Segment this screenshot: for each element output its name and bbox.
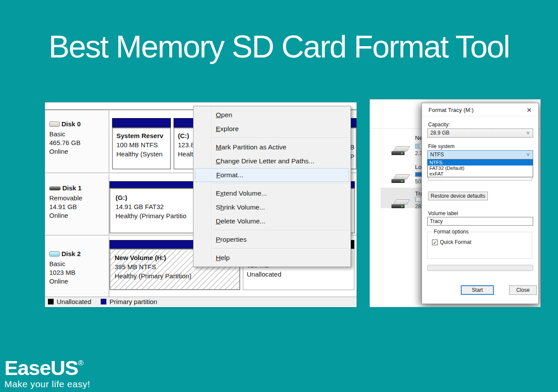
disk-name: Disk 0 xyxy=(61,120,81,128)
primary-partition-swatch xyxy=(101,299,106,304)
partition-title: System Reserv xyxy=(116,131,168,140)
disk-size: 14.91 GB xyxy=(49,203,109,211)
drive-led xyxy=(401,206,403,207)
volume-label-input[interactable] xyxy=(427,217,533,226)
format-progress-bar xyxy=(427,265,533,271)
drive-icon[interactable] xyxy=(391,146,409,158)
drive-led xyxy=(401,180,403,182)
menu-item-help[interactable]: Help xyxy=(194,251,350,265)
option-fat32[interactable]: FAT32 (Default) xyxy=(428,166,533,171)
disk2-info-cell[interactable]: Disk 2 Basic 1023 MB Online xyxy=(47,237,109,297)
start-button[interactable]: Start xyxy=(461,285,494,295)
menu-separator xyxy=(194,228,350,233)
easeus-logo: EaseUS® Make your life easy! xyxy=(4,353,90,389)
close-button[interactable]: Close xyxy=(509,285,537,295)
disk-status: Online xyxy=(49,277,109,286)
capacity-dropdown[interactable]: 28.9 GB ˅ xyxy=(427,128,533,138)
quick-format-label: Quick Format xyxy=(440,239,471,245)
format-dialog: Format Tracy (M:) ✕ Capacity: 28.9 GB ˅ … xyxy=(422,103,539,304)
disk-name: Disk 2 xyxy=(61,250,81,258)
menu-item-shrink-volume[interactable]: Shrink Volume... xyxy=(194,200,350,214)
dialog-title: Format Tracy (M:) xyxy=(429,107,473,113)
disk-type: Removable xyxy=(49,194,109,203)
format-options-label: Format options xyxy=(432,229,470,235)
disk1-info-cell[interactable]: Disk 1 Removable 14.91 GB Online xyxy=(47,174,109,235)
disk-type: Basic xyxy=(49,260,109,268)
option-ntfs[interactable]: NTFS xyxy=(428,160,533,166)
filesystem-dropdown[interactable]: NTFS ˅ xyxy=(427,150,533,159)
restore-defaults-button[interactable]: Restore device defaults xyxy=(428,192,488,200)
disk-management-window: Disk 0 Basic 465.76 GB Online System Res… xyxy=(45,102,357,307)
menu-item-extend-volume[interactable]: Extend Volume... xyxy=(194,186,350,200)
disk-type: Basic xyxy=(49,130,109,139)
page-title: Best Memory SD Card Format Tool xyxy=(0,29,558,64)
menu-item-explore[interactable]: Explore xyxy=(194,122,350,136)
menu-item-open[interactable]: Open xyxy=(194,108,350,122)
explorer-window: Ne 2.3 Loc 501 Tra 28. Format Tracy (M:)… xyxy=(370,99,541,307)
partition-status: Unallocated xyxy=(247,270,352,279)
menu-separator xyxy=(194,247,350,251)
disk-size: 465.76 GB xyxy=(49,139,109,147)
filesystem-label: File system xyxy=(428,143,455,149)
close-icon[interactable]: ✕ xyxy=(524,105,534,115)
partition-context-menu: Open Explore Mark Partition as Active Ch… xyxy=(193,106,351,267)
menu-item-mark-partition-active[interactable]: Mark Partition as Active xyxy=(194,140,350,154)
drive-icon[interactable] xyxy=(391,174,409,186)
menu-separator xyxy=(194,182,350,186)
dialog-titlebar: Format Tracy (M:) ✕ xyxy=(422,103,538,116)
menu-item-delete-volume[interactable]: Delete Volume... xyxy=(194,214,350,228)
partition-system-reserved[interactable]: System Reserv 100 MB NTFS Healthy (Syste… xyxy=(112,118,171,169)
partition-health: Healthy (Primary Partition) xyxy=(115,271,238,280)
disk-icon xyxy=(49,122,60,127)
disk-status: Online xyxy=(49,147,109,156)
quick-format-checkbox[interactable]: ✓ xyxy=(432,240,438,245)
menu-separator xyxy=(194,136,350,140)
chevron-down-icon: ˅ xyxy=(526,151,530,159)
disk-name: Disk 1 xyxy=(62,184,82,193)
brand-tagline: Make your life easy! xyxy=(4,379,90,389)
disk0-info-cell[interactable]: Disk 0 Basic 465.76 GB Online xyxy=(47,110,109,172)
capacity-label: Capacity: xyxy=(428,122,450,128)
legend-bar: Unallocated Primary partition xyxy=(45,297,357,306)
volume-label: Volume label xyxy=(428,210,458,216)
drive-led xyxy=(401,152,403,154)
partition-color-bar xyxy=(112,118,171,128)
unallocated-swatch xyxy=(48,299,54,304)
chevron-down-icon: ˅ xyxy=(526,129,530,137)
disk-icon xyxy=(49,251,60,257)
disk-status: Online xyxy=(49,211,109,220)
disk-size: 1023 MB xyxy=(49,268,109,277)
legend-label-primary: Primary partition xyxy=(109,298,157,305)
format-options-group: Format options ✓ Quick Format xyxy=(427,232,532,259)
menu-item-change-drive-letter[interactable]: Change Drive Letter and Paths... xyxy=(194,154,350,168)
partition-size: 100 MB NTFS xyxy=(116,140,168,149)
removable-disk-icon xyxy=(49,186,61,190)
menu-item-properties[interactable]: Properties xyxy=(194,233,350,247)
drive-icon[interactable] xyxy=(391,199,409,211)
menu-item-format[interactable]: Format... xyxy=(195,168,349,182)
option-exfat[interactable]: exFAT xyxy=(428,171,533,177)
partition-health: Healthy (Systen xyxy=(116,149,168,159)
registered-mark: ® xyxy=(78,359,83,367)
legend-label-unallocated: Unallocated xyxy=(57,298,91,305)
filesystem-options-list: NTFS FAT32 (Default) exFAT xyxy=(427,159,533,177)
